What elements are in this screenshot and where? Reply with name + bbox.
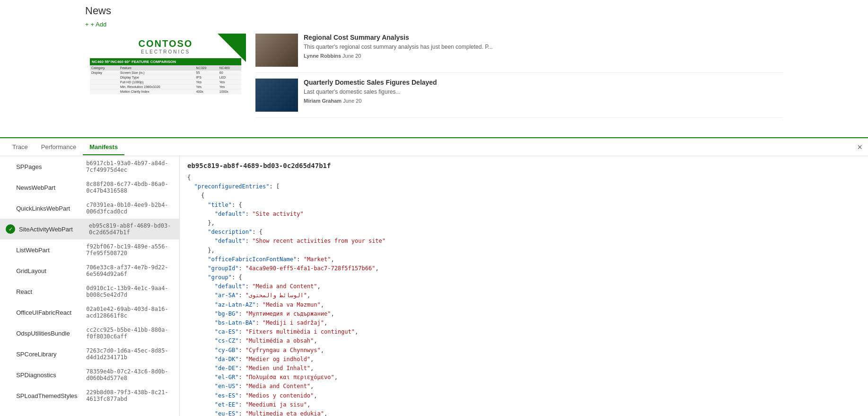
manifest-id: 0d910c1c-13b9-4e1c-9aa4-b008c5e42d7d — [86, 285, 174, 298]
manifest-name: ListWebPart — [16, 247, 82, 254]
manifest-name: GridLayout — [16, 267, 82, 274]
manifest-item-sploadthemedstyles[interactable]: SPLoadThemedStyles229b8d08-79f3-438b-8c2… — [0, 385, 179, 406]
news-text-1: Regional Cost Summary Analysis This quar… — [304, 34, 493, 67]
json-content: { "preconfiguredEntries": [ { "title": {… — [187, 173, 860, 416]
manifest-name: SPCoreLibrary — [16, 351, 82, 358]
news-thumb-1 — [255, 34, 298, 67]
manifest-item-sppages[interactable]: SPPagesb6917cb1-93a0-4b97-a84d-7cf49975d… — [0, 156, 179, 177]
manifest-id: 706e33c8-af37-4e7b-9d22-6e5694d92a6f — [86, 264, 174, 277]
manifest-name: SPDiagnostics — [16, 372, 82, 379]
news-item-2[interactable]: Quarterly Domestic Sales Figures Delayed… — [255, 79, 783, 118]
news-item-1[interactable]: Regional Cost Summary Analysis This quar… — [255, 34, 783, 73]
manifest-item-listwebpart[interactable]: ListWebPartf92bf067-bc19-489e-a556-7fe95… — [0, 239, 179, 260]
news-excerpt-1: This quarter's regional cost summary ana… — [304, 43, 493, 51]
manifest-item-react[interactable]: React0d910c1c-13b9-4e1c-9aa4-b008c5e42d7… — [0, 281, 179, 302]
manifest-item-officeuifabricreact[interactable]: OfficeUIFabricReact02a01e42-69ab-403d-8a… — [0, 302, 179, 323]
news-title-1: Regional Cost Summary Analysis — [304, 34, 493, 41]
manifest-item-siteactivitywebpart[interactable]: ✓SiteActivityWebParteb95c819-ab8f-4689-b… — [0, 219, 179, 239]
manifest-item-quicklinkswebpart[interactable]: QuickLinksWebPartc70391ea-0b10-4ee9-b2b4… — [0, 198, 179, 219]
manifest-id: 78359e4b-07c2-43c6-8d0b-d060b4d577e8 — [86, 368, 174, 381]
dev-panel: Trace Performance Manifests × SPPagesb69… — [0, 137, 868, 416]
manifest-id: cc2cc925-b5be-41bb-880a-f0f8030c6aff — [86, 327, 174, 340]
contoso-table: CategoryFeatureNC320NC460 DisplayScreen … — [90, 65, 241, 94]
news-items: Regional Cost Summary Analysis This quar… — [255, 34, 783, 128]
manifest-item-odsputilitiesbundle[interactable]: OdspUtilitiesBundlecc2cc925-b5be-41bb-88… — [0, 323, 179, 344]
add-icon: + — [85, 21, 89, 28]
dev-body: SPPagesb6917cb1-93a0-4b97-a84d-7cf49975d… — [0, 156, 868, 416]
manifest-item-spdiagnostics[interactable]: SPDiagnostics78359e4b-07c2-43c6-8d0b-d06… — [0, 364, 179, 385]
page-title: News — [85, 5, 783, 17]
tab-trace[interactable]: Trace — [6, 140, 35, 155]
manifest-check-icon: ✓ — [6, 224, 15, 234]
manifest-list: SPPagesb6917cb1-93a0-4b97-a84d-7cf49975d… — [0, 156, 180, 416]
news-content: CONTOSO ELECTRONICS NC460 55"/NC460 60" … — [85, 34, 783, 128]
add-button[interactable]: + + Add — [85, 21, 783, 28]
contoso-sub: ELECTRONICS — [141, 49, 190, 54]
news-meta-2: Miriam Graham June 20 — [304, 98, 437, 104]
news-meta-1: Lynne Robbins June 20 — [304, 53, 493, 59]
manifest-id: 229b8d08-79f3-438b-8c21-4613fc877abd — [86, 389, 174, 402]
dev-tabs: Trace Performance Manifests × — [0, 138, 868, 156]
manifest-name: SiteActivityWebPart — [19, 226, 85, 233]
news-excerpt-2: Last quarter's domestic sales figures... — [304, 88, 437, 96]
add-label: + Add — [91, 21, 107, 28]
json-header: eb95c819-ab8f-4689-bd03-0c2d65d47b1f — [187, 162, 860, 169]
news-thumb-2 — [255, 79, 298, 112]
manifest-name: OdspUtilitiesBundle — [16, 330, 82, 337]
news-card-large[interactable]: CONTOSO ELECTRONICS NC460 55"/NC460 60" … — [85, 34, 246, 128]
manifest-name: QuickLinksWebPart — [16, 205, 82, 212]
manifest-item-spcorelibrary[interactable]: SPCoreLibrary7263c7d0-1d6a-45ec-8d85-d4d… — [0, 344, 179, 364]
top-area: News + + Add CONTOSO ELECTRONICS NC460 5… — [0, 0, 868, 137]
tab-manifests[interactable]: Manifests — [83, 140, 124, 155]
manifest-name: SPPages — [16, 163, 82, 170]
manifest-name: OfficeUIFabricReact — [16, 309, 82, 316]
manifest-id: eb95c819-ab8f-4689-bd03-0c2d65d47b1f — [89, 222, 174, 236]
news-text-2: Quarterly Domestic Sales Figures Delayed… — [304, 79, 437, 112]
contoso-logo: CONTOSO — [139, 38, 193, 49]
manifest-name: NewsWebPart — [16, 184, 82, 191]
news-title-2: Quarterly Domestic Sales Figures Delayed — [304, 79, 437, 86]
manifest-id: c70391ea-0b10-4ee9-b2b4-006d3fcad0cd — [86, 202, 174, 215]
manifest-id: f92bf067-bc19-489e-a556-7fe95f508720 — [86, 243, 174, 257]
tab-performance[interactable]: Performance — [35, 140, 83, 155]
manifest-name: SPLoadThemedStyles — [16, 392, 82, 399]
manifest-id: 02a01e42-69ab-403d-8a16-acd128661f8c — [86, 306, 174, 319]
close-button[interactable]: × — [857, 143, 862, 151]
manifest-id: 7263c7d0-1d6a-45ec-8d85-d4d1d234171b — [86, 347, 174, 361]
manifest-id: 8c88f208-6c77-4bdb-86a0-0c47b4316588 — [86, 181, 174, 194]
manifest-item-newswebpart[interactable]: NewsWebPart8c88f208-6c77-4bdb-86a0-0c47b… — [0, 177, 179, 198]
manifest-name: React — [16, 288, 82, 295]
manifest-id: b6917cb1-93a0-4b97-a84d-7cf49975d4ec — [86, 160, 174, 173]
manifest-item-gridlayout[interactable]: GridLayout706e33c8-af37-4e7b-9d22-6e5694… — [0, 260, 179, 281]
json-viewer: eb95c819-ab8f-4689-bd03-0c2d65d47b1f { "… — [180, 156, 868, 416]
